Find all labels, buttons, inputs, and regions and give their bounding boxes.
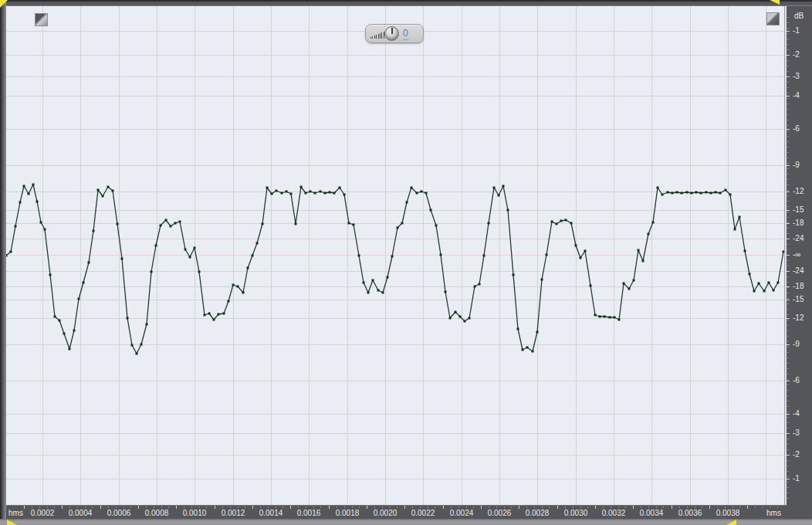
sample-dot[interactable] [614, 317, 616, 319]
sample-dot[interactable] [493, 187, 496, 189]
sample-dot[interactable] [676, 191, 678, 194]
sample-dot[interactable] [623, 283, 625, 285]
sample-dot[interactable] [107, 186, 110, 188]
sample-dot[interactable] [406, 202, 408, 204]
sample-dot[interactable] [266, 187, 269, 189]
sample-dot[interactable] [565, 219, 567, 222]
sample-dot[interactable] [777, 282, 780, 284]
sample-dot[interactable] [28, 193, 30, 195]
sample-dot[interactable] [170, 225, 172, 228]
sample-dot[interactable] [54, 316, 56, 318]
fold-corner-icon[interactable] [35, 13, 48, 26]
sample-dot[interactable] [667, 191, 669, 194]
sample-dot[interactable] [401, 222, 404, 225]
sample-dot[interactable] [232, 284, 235, 286]
sample-dot[interactable] [695, 191, 698, 194]
sample-dot[interactable] [648, 233, 650, 235]
sample-dot[interactable] [314, 192, 316, 195]
sample-dot[interactable] [372, 279, 374, 282]
sample-dot[interactable] [474, 286, 476, 288]
sample-dot[interactable] [763, 290, 766, 293]
sample-dot[interactable] [526, 347, 529, 349]
time-ruler[interactable]: hms hms 0.00020.00040.00060.00080.00100.… [6, 505, 787, 519]
sample-dot[interactable] [112, 190, 114, 192]
sample-dot[interactable] [541, 279, 543, 281]
sample-dot[interactable] [213, 319, 215, 321]
sample-dot[interactable] [165, 219, 167, 222]
sample-dot[interactable] [88, 262, 90, 264]
sample-dot[interactable] [36, 201, 39, 203]
sample-dot[interactable] [15, 225, 17, 228]
sample-dot[interactable] [479, 283, 481, 286]
rotary-knob-icon[interactable] [384, 26, 399, 41]
sample-dot[interactable] [140, 344, 143, 346]
sample-dot[interactable] [367, 292, 370, 294]
sample-dot[interactable] [532, 351, 534, 353]
sample-dot[interactable] [160, 225, 162, 227]
sample-dot[interactable] [194, 247, 196, 249]
waveform-trace[interactable] [6, 185, 783, 354]
sample-dot[interactable] [63, 333, 66, 335]
sample-dot[interactable] [397, 227, 399, 229]
sample-dot[interactable] [19, 202, 22, 204]
sample-dot[interactable] [300, 186, 303, 188]
sample-dot[interactable] [237, 286, 239, 288]
sample-dot[interactable] [517, 328, 519, 330]
sample-dot[interactable] [483, 255, 486, 257]
sample-dot[interactable] [320, 191, 322, 193]
sample-dot[interactable] [363, 282, 365, 284]
sample-dot[interactable] [618, 319, 621, 321]
sample-dot[interactable] [40, 222, 42, 224]
sample-dot[interactable] [719, 192, 722, 195]
fold-corner-icon[interactable] [766, 12, 780, 25]
sample-dot[interactable] [580, 257, 582, 259]
sample-dot[interactable] [208, 313, 211, 315]
amplitude-ruler[interactable]: dB -1-2-3-4-6-9-12-15-18-24-∞-24-18-15-1… [787, 6, 812, 519]
sample-dot[interactable] [773, 290, 775, 292]
sample-dot[interactable] [198, 271, 201, 273]
sample-dot[interactable] [136, 353, 138, 355]
gain-control[interactable]: 0 [365, 24, 424, 43]
sample-dot[interactable] [174, 222, 177, 225]
sample-dot[interactable] [734, 229, 736, 231]
sample-dot[interactable] [252, 255, 254, 257]
sample-dot[interactable] [329, 191, 331, 194]
sample-dot[interactable] [729, 194, 732, 196]
sample-dot[interactable] [247, 267, 249, 269]
sample-dot[interactable] [78, 298, 80, 300]
sample-dot[interactable] [102, 195, 104, 198]
sample-dot[interactable] [536, 331, 539, 334]
sample-dot[interactable] [310, 191, 312, 193]
sample-dot[interactable] [513, 274, 515, 276]
sample-dot[interactable] [633, 279, 635, 282]
sample-dot[interactable] [151, 271, 153, 273]
sample-dot[interactable] [93, 230, 95, 232]
sample-dot[interactable] [204, 314, 206, 317]
sample-dot[interactable] [691, 192, 693, 195]
sample-dot[interactable] [739, 216, 741, 218]
sample-dot[interactable] [590, 285, 592, 287]
sample-dot[interactable] [507, 209, 509, 212]
sample-dot[interactable] [189, 256, 191, 259]
sample-dot[interactable] [551, 221, 553, 223]
sample-dot[interactable] [440, 254, 442, 256]
sample-dot[interactable] [387, 276, 389, 279]
sample-dot[interactable] [117, 223, 119, 225]
sample-dot[interactable] [290, 193, 293, 195]
sample-dot[interactable] [218, 313, 220, 316]
sample-dot[interactable] [281, 192, 283, 195]
sample-dot[interactable] [228, 300, 230, 303]
sample-dot[interactable] [546, 254, 548, 256]
sample-dot[interactable] [223, 313, 225, 315]
sample-dot[interactable] [73, 330, 76, 332]
sample-dot[interactable] [348, 222, 350, 225]
sample-dot[interactable] [744, 250, 746, 252]
sample-dot[interactable] [560, 220, 563, 222]
sample-dot[interactable] [768, 282, 770, 284]
sample-dot[interactable] [749, 273, 751, 276]
sample-dot[interactable] [339, 187, 341, 189]
sample-dot[interactable] [758, 283, 760, 285]
sample-dot[interactable] [681, 192, 683, 195]
sample-dot[interactable] [594, 314, 597, 317]
sample-dot[interactable] [672, 192, 674, 195]
